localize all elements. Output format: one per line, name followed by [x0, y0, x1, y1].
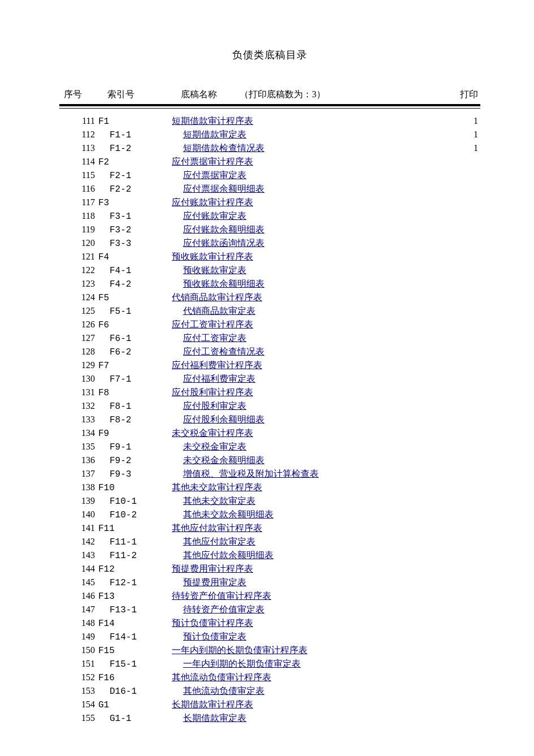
cell-name: 待转资产价值审计程序表: [172, 589, 447, 603]
table-row: 130F7-1应付福利费审定表: [59, 372, 480, 386]
cell-seq: 144: [59, 562, 98, 576]
doc-link[interactable]: 预提费用审计程序表: [172, 564, 253, 573]
cell-seq: 139: [59, 494, 98, 508]
table-row: 155G1-1长期借款审定表: [59, 711, 480, 725]
doc-link[interactable]: 应付股利审计程序表: [172, 387, 253, 397]
table-row: 140F10-2其他未交款余额明细表: [59, 508, 480, 521]
cell-seq: 138: [59, 481, 98, 494]
doc-link[interactable]: 其他流动负债审计程序表: [172, 672, 271, 682]
cell-seq: 124: [59, 291, 98, 304]
table-row: 145F12-1预提费用审定表: [59, 576, 480, 589]
table-row: 147F13-1待转资产价值审定表: [59, 603, 480, 616]
doc-link[interactable]: 应付票据余额明细表: [183, 184, 264, 193]
doc-link[interactable]: 应付股利余额明细表: [183, 414, 264, 424]
doc-link[interactable]: 预收账款审计程序表: [172, 252, 253, 261]
doc-link[interactable]: 长期借款审计程序表: [172, 699, 253, 709]
doc-link[interactable]: 预提费用审定表: [183, 577, 246, 587]
doc-link[interactable]: 未交税金审定表: [183, 442, 246, 451]
doc-link[interactable]: 未交税金余额明细表: [183, 455, 264, 465]
doc-link[interactable]: 待转资产价值审计程序表: [172, 591, 271, 601]
doc-link[interactable]: 一年内到期的长期负债审定表: [183, 659, 301, 668]
doc-link[interactable]: 短期借款审计程序表: [172, 116, 253, 126]
cell-name: 其他应付款审计程序表: [172, 521, 447, 535]
cell-name: 其他应付款余额明细表: [183, 548, 447, 562]
table-row: 153D16-1其他流动负债审定表: [59, 684, 480, 698]
cell-index: F14-1: [98, 630, 183, 644]
doc-link[interactable]: 应付票据审计程序表: [172, 157, 253, 166]
doc-link[interactable]: 其他应付款余额明细表: [183, 550, 273, 560]
table-row: 150F15一年内到期的长期负债审计程序表: [59, 643, 480, 657]
cell-seq: 123: [59, 277, 98, 291]
doc-link[interactable]: 预收账款审定表: [183, 265, 246, 275]
doc-link[interactable]: 未交税金审计程序表: [172, 428, 253, 438]
cell-name: 待转资产价值审定表: [183, 603, 447, 616]
cell-index: F13: [98, 590, 172, 603]
cell-index: F15-1: [98, 658, 183, 671]
doc-link[interactable]: 预收账款余额明细表: [183, 279, 264, 288]
cell-seq: 119: [59, 223, 98, 236]
doc-link[interactable]: 预计负债审定表: [183, 632, 246, 641]
cell-name: 应付账款函询情况表: [183, 236, 447, 250]
doc-link[interactable]: 短期借款检查情况表: [183, 143, 264, 153]
doc-link[interactable]: 应付账款函询情况表: [183, 238, 264, 248]
table-row: 125F5-1代销商品款审定表: [59, 304, 480, 318]
table-row: 126F6应付工资审计程序表: [59, 318, 480, 331]
doc-link[interactable]: 应付工资审定表: [183, 333, 246, 343]
doc-link[interactable]: 其他应付款审计程序表: [172, 523, 262, 533]
cell-name: 预收账款审定表: [183, 263, 447, 277]
cell-index: F6: [98, 318, 172, 332]
doc-link[interactable]: 一年内到期的长期负债审计程序表: [172, 645, 307, 655]
cell-seq: 137: [59, 467, 98, 481]
table-row: 119F3-2应付账款余额明细表: [59, 223, 480, 236]
doc-link[interactable]: 其他应付款审定表: [183, 537, 255, 546]
doc-link[interactable]: 应付福利费审计程序表: [172, 360, 262, 370]
cell-name: 增值税、营业税及附加计算检查表: [183, 467, 447, 481]
cell-name: 其他流动负债审定表: [183, 684, 447, 698]
cell-seq: 143: [59, 548, 98, 562]
cell-seq: 142: [59, 535, 98, 548]
doc-link[interactable]: 应付账款审定表: [183, 211, 246, 221]
table-row: 129F7应付福利费审计程序表: [59, 358, 480, 372]
doc-link[interactable]: 其他未交款审定表: [183, 496, 255, 506]
cell-index: F2: [98, 155, 172, 169]
doc-link[interactable]: 短期借款审定表: [183, 129, 246, 139]
doc-link[interactable]: 长期借款审定表: [183, 713, 246, 723]
cell-index: F10-1: [98, 495, 183, 508]
table-row: 115F2-1应付票据审定表: [59, 169, 480, 182]
cell-name: 一年内到期的长期负债审计程序表: [172, 643, 447, 657]
cell-seq: 150: [59, 643, 98, 657]
doc-link[interactable]: 增值税、营业税及附加计算检查表: [183, 469, 319, 478]
doc-link[interactable]: 应付股利审定表: [183, 401, 246, 411]
cell-index: F7: [98, 359, 172, 373]
table-row: 121F4预收账款审计程序表: [59, 250, 480, 263]
cell-name: 预计负债审定表: [183, 630, 447, 643]
doc-link[interactable]: 应付工资检查情况表: [183, 347, 264, 356]
cell-name: 短期借款审计程序表: [172, 114, 447, 128]
cell-seq: 120: [59, 236, 98, 250]
doc-link[interactable]: 应付账款审计程序表: [172, 197, 253, 207]
doc-link[interactable]: 应付工资审计程序表: [172, 319, 253, 329]
doc-link[interactable]: 应付福利费审定表: [183, 374, 255, 383]
doc-link[interactable]: 预计负债审计程序表: [172, 618, 253, 628]
doc-link[interactable]: 其他流动负债审定表: [183, 686, 264, 695]
table-row: 146F13待转资产价值审计程序表: [59, 589, 480, 603]
cell-seq: 118: [59, 209, 98, 223]
doc-link[interactable]: 待转资产价值审定表: [183, 604, 264, 614]
cell-seq: 136: [59, 453, 98, 467]
doc-link[interactable]: 应付票据审定表: [183, 170, 246, 180]
doc-link[interactable]: 其他未交款审计程序表: [172, 482, 262, 492]
doc-link[interactable]: 代销商品款审计程序表: [172, 292, 262, 302]
doc-link[interactable]: 应付账款余额明细表: [183, 224, 264, 234]
cell-seq: 151: [59, 657, 98, 671]
table-row: 143F11-2其他应付款余额明细表: [59, 548, 480, 562]
table-row: 148F14预计负债审计程序表: [59, 616, 480, 630]
cell-index: F11: [98, 522, 172, 535]
cell-index: F1-2: [98, 142, 183, 155]
table-row: 127F6-1应付工资审定表: [59, 331, 480, 345]
cell-index: F10-2: [98, 508, 183, 522]
table-row: 134F9未交税金审计程序表: [59, 426, 480, 440]
doc-link[interactable]: 其他未交款余额明细表: [183, 509, 273, 519]
cell-index: F4-2: [98, 278, 183, 291]
cell-index: F8: [98, 386, 172, 400]
doc-link[interactable]: 代销商品款审定表: [183, 306, 255, 316]
